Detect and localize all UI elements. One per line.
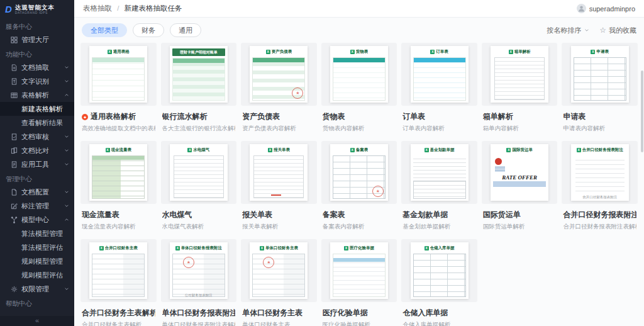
template-card[interactable]: X 国际货运单 RATE OFFER 国际货运单 国际货运单解析 [482, 141, 558, 231]
document-preview-title: 国际货运单 [512, 147, 533, 153]
template-thumbnail: X 报关单表 [241, 141, 317, 204]
gear-icon [11, 286, 18, 293]
template-card[interactable]: X 基金划款单据 基金划款单据 基金划款单据解析 [401, 141, 477, 231]
sidebar-subitem[interactable]: 规则模型评估 [0, 268, 74, 282]
sidebar-item[interactable]: 文字识别 [0, 74, 74, 88]
card-subtitle: 合并口径财务报表附注表解析 [563, 223, 636, 231]
template-card[interactable]: X 理财卡账户明细对账单 银行流水解析 各大主流银行的银行流水解析 [161, 43, 237, 133]
template-card[interactable]: X 通用表格 通用表格解析 高效准确地提取文档中的表格元素 [80, 43, 157, 133]
document-preview: X 通用表格 [89, 46, 147, 103]
sidebar-item[interactable]: 文档配置 [0, 185, 74, 199]
document-preview: X 仓储入库单据 [411, 242, 469, 299]
sidebar-subitem[interactable]: 查看解析结果 [0, 116, 74, 130]
config-icon [11, 189, 18, 196]
card-title: 现金流量表 [82, 210, 119, 220]
template-card[interactable]: X 医疗化验单据 医疗化验单据 医疗化验单据解析 [321, 239, 397, 326]
logo[interactable]: D 达观智能文本 DATAGRAND IDPS [0, 0, 74, 18]
sidebar-item[interactable]: 文档抽取 [0, 60, 74, 74]
preview-table [574, 57, 626, 101]
sidebar-collapse-button[interactable]: « [0, 316, 74, 326]
preview-table [253, 155, 304, 198]
card-title: 货物表 [323, 111, 345, 122]
template-card[interactable]: X 单体口径财务报表附注 公司财务报表附注 单体口径财务报表附注 单体口径财务报… [161, 239, 237, 326]
excel-icon: X [187, 148, 192, 152]
filter-pill[interactable]: 财务 [133, 23, 164, 37]
sidebar-item[interactable]: 标注管理 [0, 199, 74, 213]
favorites-toggle[interactable]: ☆ 我的收藏 [599, 26, 636, 35]
card-subtitle: 申请表内容解析 [563, 125, 636, 133]
card-title: 单体口径财务报表附注 [162, 308, 236, 318]
document-preview-title: 合并口径财务主表 [105, 245, 138, 251]
card-title: 基金划款单据 [402, 210, 448, 220]
template-card[interactable]: X 备案表 备案表 备案表内容解析 [321, 141, 397, 231]
document-preview: X 医疗化验单据 [330, 242, 388, 299]
sidebar-item-label: 文档审核 [21, 132, 49, 142]
template-card[interactable]: X 申请表 申请表 申请表内容解析 [562, 43, 638, 133]
document-preview-title: 现金流量表 [111, 147, 132, 153]
document-preview: X 基金划款单据 [411, 144, 469, 201]
sidebar-item[interactable]: 表格解析 [0, 88, 74, 102]
model-icon [11, 216, 18, 223]
card-subtitle: 单体口径财务主表 [242, 321, 316, 326]
excel-icon: X [266, 50, 270, 54]
template-card[interactable]: X 合并口径财务报表附注 合并口径财务报表附注 合并口径财务报表附注 合并口径财… [562, 141, 638, 231]
excel-icon: X [106, 148, 110, 152]
template-card[interactable]: X 货物表 货物表 货物表内容解析 [321, 43, 397, 133]
scrollbar[interactable] [641, 70, 643, 152]
excel-icon: X [108, 50, 112, 54]
filter-pill[interactable]: 通用 [170, 23, 201, 37]
sidebar-subitem[interactable]: 新建表格解析 [0, 102, 74, 116]
text-icon [11, 78, 18, 85]
preview-table [333, 155, 386, 199]
template-card[interactable]: X 资产负债表 资产负债表 资产负债表内容解析 [241, 43, 317, 133]
sidebar-item[interactable]: 文档比对 [0, 143, 74, 157]
template-card[interactable]: X 现金流量表 现金流量表 现金流量表内容解析 [80, 141, 157, 231]
template-card[interactable]: X 订单表 订单表 订单表内容解析 [401, 43, 477, 133]
sidebar-item[interactable]: 应用工具 [0, 157, 74, 171]
excel-icon: X [425, 246, 429, 250]
document-caption: 公司财务报表附注 [170, 293, 228, 298]
card-subtitle: 资产负债表内容解析 [242, 125, 316, 133]
sidebar-item[interactable]: 文档审核 [0, 130, 74, 143]
template-thumbnail: X 单体口径财务主表 [241, 239, 317, 302]
sidebar-subitem[interactable]: 规则模型管理 [0, 254, 74, 268]
sidebar-subitem[interactable]: 算法模型管理 [0, 227, 74, 240]
document-preview: X 备案表 [330, 144, 388, 201]
sidebar-item[interactable]: 权限管理 [0, 282, 74, 296]
chevron-down-icon [64, 286, 69, 291]
sidebar-item[interactable]: 模型中心 [0, 213, 74, 227]
sidebar-subitem[interactable]: 算法模型评估 [0, 240, 74, 254]
excel-icon: X [506, 148, 511, 152]
template-thumbnail: X 水电煤气 [161, 141, 237, 204]
user-menu[interactable]: superadminpro [577, 4, 635, 13]
chevron-down-icon [64, 148, 69, 153]
sidebar-item[interactable]: 管理大厅 [0, 33, 74, 47]
filter-bar: 全部类型财务通用 按名称排序 ☆ 我的收藏 [74, 18, 644, 40]
template-card[interactable]: X 水电煤气 水电煤气 水电煤气表解析 [161, 141, 237, 231]
document-preview-title: 申请表 [596, 49, 609, 55]
stamp-mark [292, 87, 303, 99]
sidebar-item-label: 应用工具 [21, 160, 49, 169]
document-preview-title: 资产负债表 [272, 49, 292, 55]
preview-table [575, 156, 625, 193]
preview-table [333, 57, 386, 101]
filter-pill[interactable]: 全部类型 [82, 23, 127, 37]
breadcrumb-section[interactable]: 表格抽取 [83, 4, 112, 12]
template-thumbnail: X 医疗化验单据 [321, 239, 397, 302]
tools-icon [11, 161, 18, 168]
avatar [577, 4, 586, 13]
card-subtitle: 现金流量表内容解析 [82, 223, 155, 231]
chevron-down-icon [64, 134, 69, 139]
sidebar-section-header: 管理中心 [0, 171, 74, 185]
template-card[interactable]: X 合并口径财务主表 合并口径财务主表解析 合并口径财务主表解析 [80, 239, 157, 326]
card-title: 通用表格解析 [91, 111, 136, 122]
username: superadminpro [589, 5, 635, 13]
template-card[interactable]: X 报关单表 报关单表 报关单表解析 [241, 141, 317, 231]
main-content: 全部类型财务通用 按名称排序 ☆ 我的收藏 X 通用表格 通用 [74, 18, 644, 326]
document-preview: X 现金流量表 [89, 144, 147, 201]
template-card[interactable]: X 箱单解析 箱单解析 箱单内容解析 [482, 43, 558, 133]
template-card[interactable]: X 仓储入库单据 仓储入库单据 仓储入库单据解析 [401, 239, 477, 326]
template-thumbnail: X 资产负债表 [241, 43, 317, 106]
template-card[interactable]: X 单体口径财务主表 单体口径财务主表 单体口径财务主表 [241, 239, 317, 326]
sort-dropdown[interactable]: 按名称排序 [547, 26, 589, 35]
